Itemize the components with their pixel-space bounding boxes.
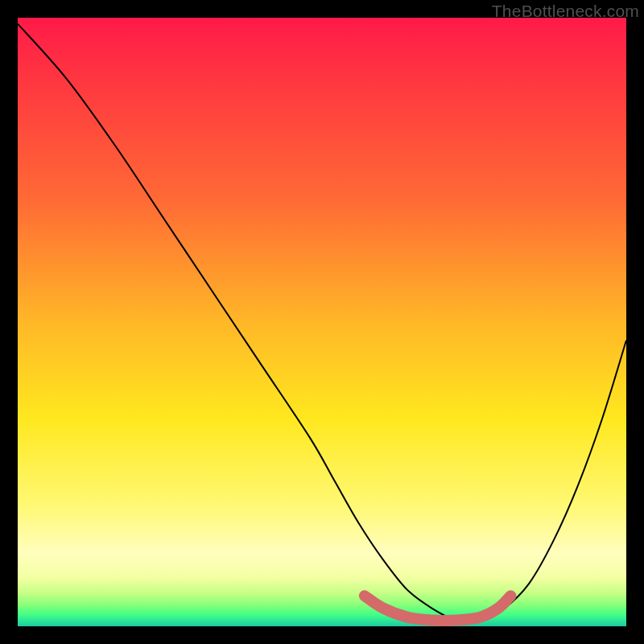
chart-canvas: TheBottleneck.com xyxy=(0,0,644,644)
plot-area xyxy=(18,18,626,626)
bottleneck-curve-line xyxy=(18,24,626,622)
optimal-zone-line xyxy=(365,596,510,621)
chart-overlay xyxy=(18,18,626,626)
